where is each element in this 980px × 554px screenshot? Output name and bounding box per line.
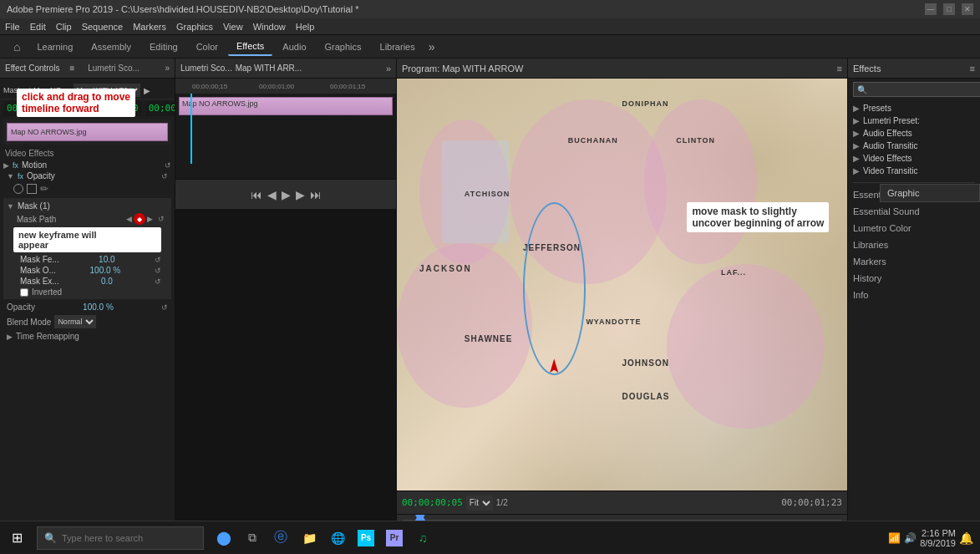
- effects-search-input[interactable]: [853, 82, 980, 97]
- lumetri-tab[interactable]: Lumetri Sco...: [88, 64, 140, 73]
- lumetro-color-link[interactable]: Lumetro Color: [848, 220, 980, 236]
- effects-audio-fx-item[interactable]: ▶ Audio Effects: [853, 127, 975, 140]
- taskbar-ps-icon[interactable]: Ps: [353, 521, 379, 555]
- motion-expand-icon[interactable]: ▶: [3, 161, 9, 170]
- menu-file[interactable]: File: [5, 22, 20, 32]
- menu-sequence[interactable]: Sequence: [82, 22, 124, 32]
- effects-lumetri-item[interactable]: ▶ Lumetri Preset:: [853, 114, 975, 127]
- keyframe-add-button[interactable]: ◆: [134, 213, 145, 225]
- source-more-icon[interactable]: »: [386, 64, 391, 74]
- mask-opacity-value[interactable]: 100.0 %: [90, 266, 121, 275]
- effects-presets-item[interactable]: ▶ Presets: [853, 102, 975, 114]
- mask-feather-reset[interactable]: ↺: [155, 256, 161, 264]
- workspace-more-icon[interactable]: »: [429, 40, 435, 53]
- source-clip-item[interactable]: Map NO ARROWS.jpg: [179, 97, 393, 115]
- opacity-value[interactable]: 100.0 %: [83, 302, 114, 312]
- tab-audio[interactable]: Audio: [274, 38, 314, 55]
- taskbar-chrome-icon[interactable]: 🌐: [324, 521, 351, 555]
- opacity-expand-icon[interactable]: ▼: [7, 172, 14, 180]
- tab-libraries[interactable]: Libraries: [372, 38, 424, 55]
- info-link[interactable]: Info: [848, 287, 980, 303]
- monitor-timecode[interactable]: 00;00;00;05: [402, 497, 463, 508]
- system-clock[interactable]: 2:16 PM 8/9/2019: [920, 528, 956, 548]
- opacity-reset[interactable]: ↺: [161, 303, 168, 312]
- effects-video-trans-item[interactable]: ▶ Video Transitic: [853, 165, 975, 177]
- source-step-back-button[interactable]: ◀: [267, 188, 277, 201]
- motion-reset[interactable]: ↺: [165, 161, 171, 170]
- mask-expand-icon[interactable]: ▼: [7, 202, 14, 211]
- close-button[interactable]: ✕: [962, 3, 973, 15]
- video-fx-label: Video Effects: [863, 154, 912, 163]
- clip-select[interactable]: Map WITH ARR...: [74, 84, 140, 97]
- effect-controls-menu-icon[interactable]: ≡: [64, 58, 79, 79]
- inverted-checkbox[interactable]: [20, 288, 28, 297]
- tab-assembly[interactable]: Assembly: [83, 38, 140, 55]
- taskbar-task-view-icon[interactable]: ⧉: [239, 521, 266, 555]
- tab-color[interactable]: Color: [188, 38, 226, 55]
- mask-feather-value[interactable]: 10.0: [99, 255, 114, 264]
- menu-window[interactable]: Window: [253, 22, 286, 32]
- photoshop-icon: Ps: [358, 530, 374, 546]
- mask-expansion-value[interactable]: 0.0: [101, 277, 113, 286]
- network-icon[interactable]: 📶: [888, 532, 901, 544]
- markers-link[interactable]: Markers: [848, 253, 980, 270]
- source-rewind-button[interactable]: ⏮: [251, 188, 262, 201]
- blend-mode-select[interactable]: Normal: [54, 315, 96, 328]
- ellipse-tool[interactable]: [13, 184, 23, 194]
- taskbar-cortana-icon[interactable]: ⬤: [211, 521, 237, 555]
- source-ffwd-button[interactable]: ⏭: [310, 188, 322, 201]
- essential-sound-link[interactable]: Essential Sound: [848, 203, 980, 220]
- home-tab[interactable]: ⌂: [7, 37, 27, 57]
- effects-audio-trans-item[interactable]: ▶ Audio Transitic: [853, 140, 975, 152]
- rect-tool[interactable]: [27, 184, 37, 194]
- opacity-reset[interactable]: ↺: [161, 172, 168, 180]
- menu-edit[interactable]: Edit: [30, 22, 46, 32]
- timecode-end[interactable]: 00;00;01;15: [145, 101, 175, 116]
- play-button[interactable]: ▶: [144, 86, 150, 95]
- source-track: Map NO ARROWS.jpg: [179, 97, 393, 115]
- source-playhead[interactable]: [190, 94, 192, 164]
- taskbar-search-input[interactable]: [62, 533, 196, 543]
- libraries-link[interactable]: Libraries: [848, 236, 980, 253]
- taskbar-edge-icon[interactable]: ⓔ: [267, 521, 294, 555]
- start-button[interactable]: ⊞: [0, 521, 33, 555]
- pen-tool[interactable]: ✏: [40, 183, 48, 195]
- timecode-mid[interactable]: 00;00;01;00: [74, 101, 142, 116]
- video-effects-label: Video Effects: [0, 146, 175, 160]
- minimize-button[interactable]: —: [925, 3, 937, 15]
- mask-expansion-reset[interactable]: ↺: [155, 277, 161, 286]
- taskbar-explorer-icon[interactable]: 📁: [296, 521, 322, 555]
- menu-graphics[interactable]: Graphics: [176, 22, 213, 32]
- taskbar-spotify-icon[interactable]: ♫: [409, 521, 436, 555]
- taskbar-search-box[interactable]: 🔍: [37, 526, 204, 550]
- mask-path-next-kf[interactable]: ▶: [147, 215, 153, 223]
- mask-opacity-reset[interactable]: ↺: [155, 267, 161, 275]
- menu-clip[interactable]: Clip: [56, 22, 72, 32]
- source-step-fwd-button[interactable]: ▶: [296, 188, 305, 201]
- tab-effects[interactable]: Effects: [228, 38, 272, 56]
- tab-editing[interactable]: Editing: [141, 38, 186, 55]
- monitor-fit-select[interactable]: Fit: [466, 496, 493, 511]
- mask-oval: [523, 202, 586, 375]
- panel-more-icon[interactable]: »: [165, 64, 170, 73]
- effects-menu-icon[interactable]: ≡: [970, 64, 975, 74]
- menu-view[interactable]: View: [223, 22, 243, 32]
- menu-markers[interactable]: Markers: [133, 22, 166, 32]
- menu-help[interactable]: Help: [296, 22, 315, 32]
- mask-path-prev-kf[interactable]: ◀: [126, 215, 132, 223]
- tab-graphics[interactable]: Graphics: [317, 38, 370, 55]
- effect-controls-timecode[interactable]: 00;00;00;15: [3, 101, 71, 116]
- program-monitor-menu-icon[interactable]: ≡: [837, 64, 842, 74]
- maximize-button[interactable]: □: [943, 3, 955, 15]
- source-play-button[interactable]: ▶: [282, 188, 291, 201]
- history-link[interactable]: History: [848, 270, 980, 287]
- effects-video-fx-item[interactable]: ▶ Video Effects: [853, 152, 975, 165]
- tab-learning[interactable]: Learning: [28, 38, 81, 55]
- time-remap-expand[interactable]: ▶: [7, 333, 13, 341]
- mask-path-reset[interactable]: ↺: [158, 215, 165, 223]
- notification-icon[interactable]: 🔔: [959, 531, 973, 545]
- volume-icon[interactable]: 🔊: [904, 532, 917, 544]
- taskbar-pr-icon[interactable]: Pr: [381, 521, 408, 555]
- chrome-icon: 🌐: [331, 531, 345, 545]
- mask-feather-row: Mask Fe... 10.0 ↺: [7, 254, 168, 265]
